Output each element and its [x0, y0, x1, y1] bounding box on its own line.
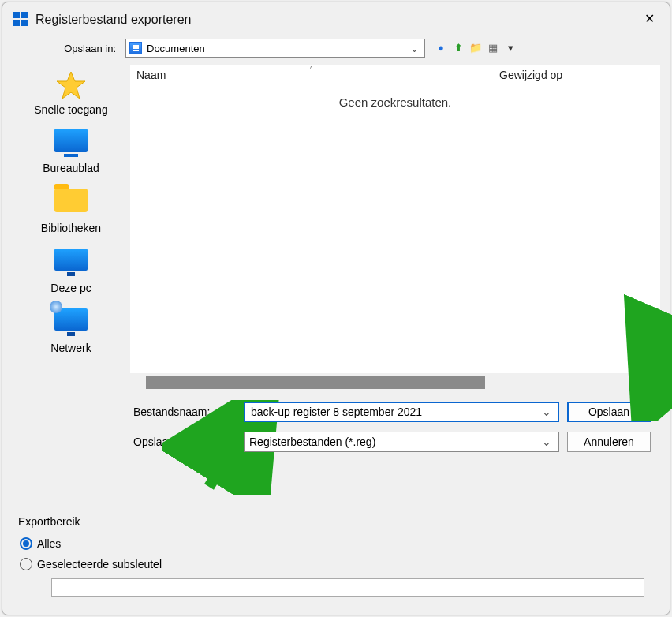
recent-locations-icon[interactable]: ● [435, 42, 447, 54]
sidebar-item-label: Snelle toegang [20, 103, 122, 116]
radio-all[interactable]: Alles [20, 537, 652, 550]
save-in-combo[interactable]: Documenten ⌄ [125, 39, 425, 58]
sort-asc-icon: ˄ [309, 65, 313, 74]
radio-icon [20, 558, 32, 570]
view-menu-caret-icon[interactable]: ▾ [504, 42, 517, 54]
cancel-button[interactable]: Annuleren [567, 432, 651, 452]
sidebar-item-network[interactable]: Netwerk [20, 302, 122, 357]
toolbar-icons: ● ⬆ 📁 ▦ ▾ [435, 42, 517, 54]
window-title: Registerbestand exporteren [35, 13, 191, 27]
selected-subkey-input[interactable] [51, 578, 644, 597]
desktop-icon [54, 129, 88, 152]
folder-icon [54, 189, 88, 212]
sidebar-item-libraries[interactable]: Bibliotheken [20, 182, 122, 237]
column-header-modified[interactable]: Gewijzigd op [493, 65, 660, 88]
radio-all-label: Alles [37, 537, 61, 550]
sidebar-item-this-pc[interactable]: Deze pc [20, 242, 122, 297]
radio-selected-label: Geselecteerde subsleutel [37, 558, 162, 570]
file-input-rows: Bestandsnaam: ⌄ Opslaan Opslaan als: Reg… [130, 389, 660, 458]
sidebar-item-desktop[interactable]: Bureaublad [20, 124, 122, 178]
documents-icon [129, 42, 142, 54]
filetype-value: Registerbestanden (*.reg) [249, 436, 539, 448]
titlebar: Registerbestand exporteren ✕ [2, 2, 670, 34]
horizontal-scrollbar[interactable] [130, 376, 660, 389]
sidebar-item-label: Netwerk [20, 342, 122, 354]
empty-results-message: Geen zoekresultaten. [130, 95, 660, 109]
save-in-label: Opslaan in: [13, 43, 116, 54]
monitor-icon [54, 249, 88, 271]
up-one-level-icon[interactable]: ⬆ [452, 42, 465, 54]
filename-input-field[interactable] [249, 405, 539, 419]
filename-input[interactable]: ⌄ [244, 402, 559, 422]
regedit-icon [13, 12, 29, 28]
save-in-value: Documenten [147, 43, 402, 54]
save-in-row: Opslaan in: Documenten ⌄ ● ⬆ 📁 ▦ ▾ [2, 34, 670, 65]
scrollbar-thumb[interactable] [146, 376, 485, 389]
filetype-combo[interactable]: Registerbestanden (*.reg) ⌄ [244, 432, 559, 452]
view-menu-icon[interactable]: ▦ [487, 42, 499, 54]
export-dialog: Registerbestand exporteren ✕ Opslaan in:… [2, 2, 670, 615]
sidebar-item-label: Deze pc [20, 282, 122, 294]
svg-marker-0 [57, 72, 85, 99]
network-icon [54, 308, 88, 331]
close-button[interactable]: ✕ [640, 10, 659, 29]
chevron-down-icon[interactable]: ⌄ [407, 43, 421, 54]
filename-label: Bestandsnaam: [133, 406, 236, 418]
star-icon [54, 70, 88, 100]
chevron-down-icon[interactable]: ⌄ [539, 406, 554, 418]
sidebar-item-quick-access[interactable]: Snelle toegang [20, 69, 122, 119]
save-button[interactable]: Opslaan [567, 402, 651, 422]
chevron-down-icon[interactable]: ⌄ [539, 436, 554, 448]
radio-selected-subkey[interactable]: Geselecteerde subsleutel [20, 558, 652, 570]
sidebar-item-label: Bureaublad [20, 162, 122, 174]
export-range-legend: Exportbereik [15, 515, 84, 528]
sidebar-item-label: Bibliotheken [20, 222, 122, 234]
svg-line-1 [659, 271, 672, 381]
radio-icon [20, 537, 32, 550]
filetype-label: Opslaan als: [133, 436, 236, 448]
export-range-group: Exportbereik Alles Geselecteerde subsleu… [12, 523, 660, 605]
column-header-name-label: Naam [136, 69, 166, 81]
column-header-name[interactable]: Naam ˄ [130, 65, 493, 88]
file-list[interactable]: Naam ˄ Gewijzigd op Geen zoekresultaten. [130, 65, 660, 373]
new-folder-icon[interactable]: 📁 [469, 42, 482, 54]
column-header-modified-label: Gewijzigd op [499, 69, 562, 81]
places-sidebar: Snelle toegang Bureaublad Bibliotheken D… [12, 65, 130, 501]
